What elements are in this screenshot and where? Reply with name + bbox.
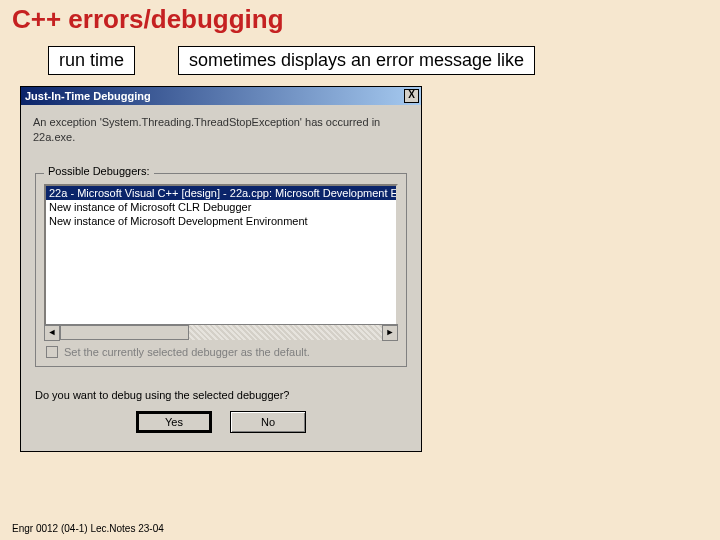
scroll-thumb[interactable] (60, 325, 189, 340)
scroll-left-arrow[interactable]: ◄ (44, 325, 60, 341)
button-row: Yes No (33, 411, 409, 433)
debuggers-group: Possible Debuggers: 22a - Microsoft Visu… (35, 173, 407, 367)
slide-footer: Engr 0012 (04-1) Lec.Notes 23-04 (12, 523, 164, 534)
list-item[interactable]: New instance of Microsoft Development En… (46, 214, 396, 228)
slide-title: C++ errors/debugging (12, 4, 284, 35)
exception-line1: An exception 'System.Threading.ThreadSto… (33, 116, 380, 128)
no-button[interactable]: No (230, 411, 306, 433)
close-button[interactable]: X (404, 89, 419, 103)
default-checkbox-label: Set the currently selected debugger as t… (64, 346, 310, 358)
jit-dialog: Just-In-Time Debugging X An exception 'S… (20, 86, 422, 452)
list-item[interactable]: New instance of Microsoft CLR Debugger (46, 200, 396, 214)
dialog-body: An exception 'System.Threading.ThreadSto… (21, 105, 421, 451)
scroll-right-arrow[interactable]: ► (382, 325, 398, 341)
runtime-label: run time (48, 46, 135, 75)
default-checkbox-row: Set the currently selected debugger as t… (46, 346, 396, 358)
debugger-listbox[interactable]: 22a - Microsoft Visual C++ [design] - 22… (44, 184, 398, 340)
exception-text: An exception 'System.Threading.ThreadSto… (33, 115, 409, 145)
horizontal-scrollbar[interactable]: ◄ ► (44, 324, 398, 340)
yes-button[interactable]: Yes (136, 411, 212, 433)
group-label: Possible Debuggers: (44, 165, 154, 177)
exception-line2: 22a.exe. (33, 131, 75, 143)
scroll-track[interactable] (60, 325, 382, 340)
prompt-text: Do you want to debug using the selected … (35, 389, 407, 401)
dialog-title: Just-In-Time Debugging (25, 90, 151, 102)
default-checkbox (46, 346, 58, 358)
list-item[interactable]: 22a - Microsoft Visual C++ [design] - 22… (46, 186, 396, 200)
message-label: sometimes displays an error message like (178, 46, 535, 75)
dialog-titlebar[interactable]: Just-In-Time Debugging X (21, 87, 421, 105)
